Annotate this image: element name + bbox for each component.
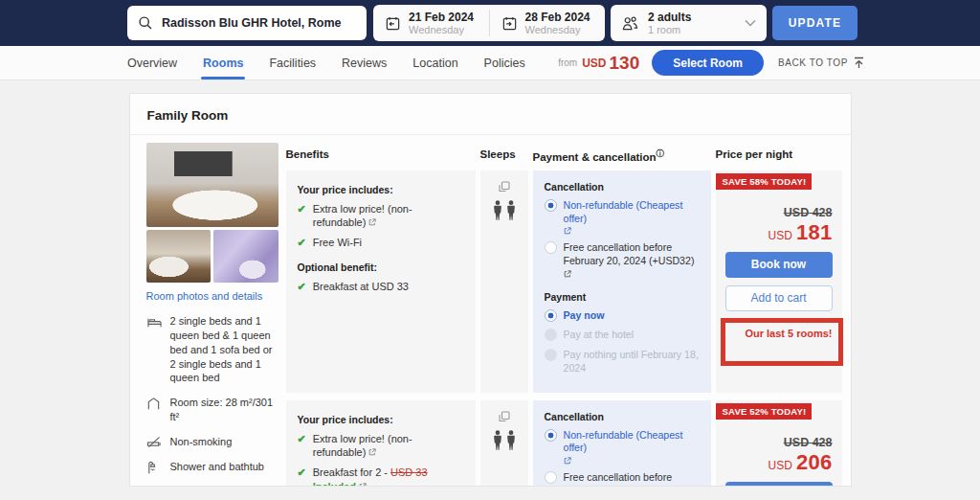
book-now-button[interactable]: Book now	[725, 252, 833, 278]
external-link-icon	[368, 218, 376, 226]
external-link-icon	[359, 483, 367, 487]
radio-unselected-icon[interactable]	[545, 241, 557, 254]
nav-tabs: Overview Rooms Facilities Reviews Locati…	[127, 57, 525, 70]
guests-adults: 2 adults	[648, 11, 691, 24]
room-summary-column: Room photos and details 2 single beds an…	[146, 143, 278, 487]
external-link-icon[interactable]	[564, 457, 700, 465]
external-link-icon[interactable]	[564, 227, 700, 235]
benefit-item: Extra low price! (non-refundable)	[298, 432, 464, 460]
nav-right: from USD 130 Select Room BACK TO TOP	[558, 50, 865, 76]
offers-table: Benefits Sleeps Payment & cancellationⓘ …	[286, 143, 842, 487]
rooms-list: Family Room Room photos and details 2 si…	[0, 80, 980, 487]
benefit-item: Free Wi-Fi	[298, 236, 464, 249]
adult-icon	[493, 430, 502, 451]
tab-reviews[interactable]: Reviews	[342, 57, 387, 70]
add-to-cart-button[interactable]: Add to cart	[725, 285, 833, 311]
includes-label: Your price includes:	[298, 184, 464, 195]
old-price: USD 428	[725, 436, 833, 449]
see-all-facilities-link[interactable]: See all room facilities	[146, 486, 278, 487]
price-cell: SAVE 58% TODAY! USD 428 USD181 Book now …	[716, 170, 842, 393]
current-price: USD206	[725, 450, 833, 475]
col-benefits: Benefits	[286, 143, 476, 170]
cancellation-option-free[interactable]: Free cancellation before February 20, 20…	[545, 471, 700, 487]
tab-location[interactable]: Location	[412, 57, 457, 70]
cancellation-option-free[interactable]: Free cancellation before February 20, 20…	[545, 241, 700, 281]
payment-cell: Cancellation Non-refundable (Cheapest of…	[533, 170, 711, 393]
checkin-date: 21 Feb 2024	[409, 11, 474, 24]
check-icon	[298, 432, 306, 460]
checkout-date-picker[interactable]: 28 Feb 2024 Wednesday	[490, 11, 606, 35]
from-label: from	[558, 57, 577, 68]
current-price: USD181	[725, 220, 833, 245]
room-facts: 2 single beds and 1 queen bed & 1 queen …	[146, 314, 278, 475]
rooms-left-text: Our last 5 rooms!	[725, 325, 833, 339]
top-search-bar: 21 Feb 2024 Wednesday 28 Feb 2024 Wednes…	[0, 0, 980, 46]
includes-label: Your price includes:	[298, 414, 464, 425]
room-photo-bedroom[interactable]	[146, 230, 212, 283]
compare-icon[interactable]	[499, 411, 510, 422]
update-button[interactable]: UPDATE	[772, 6, 858, 40]
plus-circle-icon	[146, 486, 161, 487]
check-icon	[298, 280, 306, 293]
search-icon	[138, 15, 153, 31]
room-size-icon	[146, 396, 163, 424]
back-to-top-label: BACK TO TOP	[778, 57, 848, 68]
payment-option-pay-now[interactable]: Pay now	[545, 309, 700, 323]
room-photo-main[interactable]	[146, 143, 278, 227]
radio-disabled-icon	[545, 349, 557, 361]
cancellation-option-nonrefundable[interactable]: Non-refundable (Cheapest offer)	[545, 429, 700, 466]
tab-rooms[interactable]: Rooms	[203, 57, 243, 70]
select-room-button[interactable]: Select Room	[652, 50, 764, 76]
hotel-search-input[interactable]	[162, 16, 356, 30]
compare-icon[interactable]	[499, 181, 510, 193]
payment-option-pay-at-hotel: Pay at the hotel	[545, 329, 700, 342]
checkin-day: Wednesday	[409, 24, 474, 35]
cancellation-label: Cancellation	[545, 181, 700, 193]
room-photo-bathroom[interactable]	[213, 230, 278, 283]
guests-selector[interactable]: 2 adults 1 room	[611, 5, 767, 41]
room-photos-link[interactable]: Room photos and details	[146, 290, 278, 302]
external-link-icon	[368, 448, 376, 456]
benefits-cell: Your price includes: Extra low price! (n…	[286, 170, 476, 393]
radio-selected-icon[interactable]	[545, 309, 557, 322]
hotel-nav-bar: Overview Rooms Facilities Reviews Locati…	[0, 46, 980, 80]
check-icon	[298, 202, 306, 230]
shower-icon	[146, 460, 163, 475]
external-link-icon	[564, 270, 571, 278]
room-title: Family Room	[130, 94, 851, 135]
hotel-search-field[interactable]	[127, 6, 367, 40]
radio-selected-icon[interactable]	[545, 199, 557, 212]
tab-policies[interactable]: Policies	[484, 57, 525, 70]
radio-disabled-icon	[545, 329, 557, 341]
col-sleeps: Sleeps	[480, 143, 528, 170]
tab-overview[interactable]: Overview	[127, 57, 177, 70]
adult-icon	[493, 200, 502, 221]
checkin-date-picker[interactable]: 21 Feb 2024 Wednesday	[373, 11, 489, 35]
col-price: Price per night	[716, 143, 842, 170]
from-price: 130	[610, 53, 640, 74]
payment-label: Payment	[545, 291, 700, 303]
optional-label: Optional benefit:	[298, 261, 464, 273]
benefits-cell: Your price includes: Extra low price! (n…	[286, 400, 476, 487]
radio-selected-icon[interactable]	[545, 429, 557, 442]
save-badge: SAVE 58% TODAY!	[716, 173, 813, 190]
book-now-button[interactable]: Book now	[725, 482, 833, 487]
fact-beds-text: 2 single beds and 1 queen bed & 1 queen …	[170, 314, 278, 385]
offer-row-1: Your price includes: Extra low price! (n…	[286, 170, 842, 393]
payment-cell: Cancellation Non-refundable (Cheapest of…	[533, 400, 711, 487]
col-payment: Payment & cancellationⓘ	[533, 143, 711, 170]
arrow-up-icon	[853, 57, 865, 70]
radio-unselected-icon[interactable]	[545, 471, 557, 484]
tab-facilities[interactable]: Facilities	[269, 57, 316, 70]
back-to-top-button[interactable]: BACK TO TOP	[778, 57, 865, 70]
checkout-calendar-icon	[501, 15, 518, 32]
cancellation-option-nonrefundable[interactable]: Non-refundable (Cheapest offer)	[545, 199, 700, 236]
checkout-date: 28 Feb 2024	[525, 11, 590, 24]
room-card-family-room: Family Room Room photos and details 2 si…	[129, 93, 852, 487]
cancellation-label: Cancellation	[545, 411, 700, 422]
benefit-item-breakfast: Breakfast for 2 - USD 33 Included	[298, 466, 464, 487]
offers-table-header: Benefits Sleeps Payment & cancellationⓘ …	[286, 143, 842, 170]
benefit-item: Breakfast at USD 33	[298, 280, 464, 293]
benefit-item: Extra low price! (non-refundable)	[298, 202, 464, 230]
info-icon[interactable]: ⓘ	[657, 149, 664, 158]
